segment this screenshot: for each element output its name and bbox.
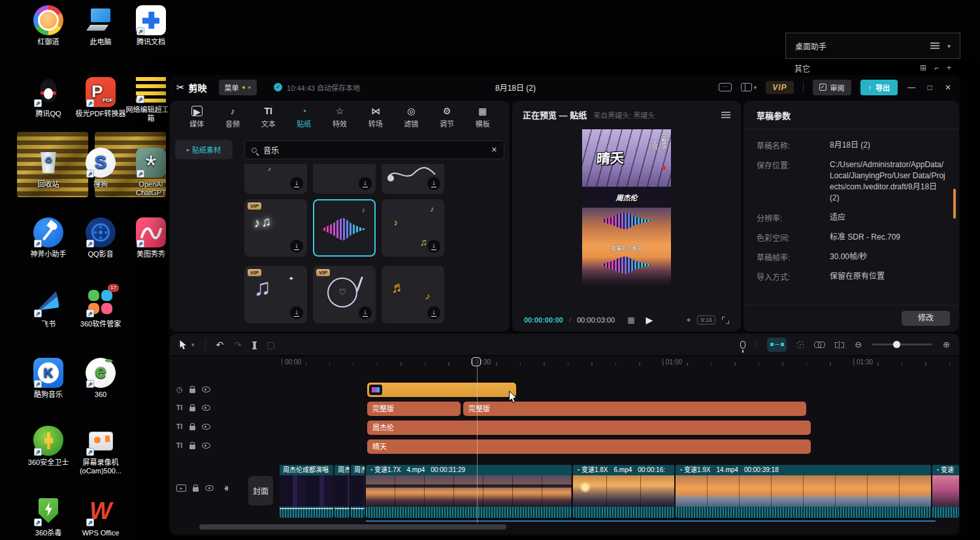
undo-icon[interactable]: ↶ xyxy=(216,340,224,349)
tab-audio[interactable]: ♪音频 xyxy=(215,102,251,132)
lock-icon[interactable] xyxy=(189,389,195,393)
zoom-in-icon[interactable]: ⊕ xyxy=(943,340,950,349)
download-icon[interactable] xyxy=(427,240,440,253)
sticker-item-vip-vinyl[interactable]: VIP xyxy=(313,266,376,323)
clear-search-icon[interactable]: ✕ xyxy=(491,146,497,154)
download-icon[interactable] xyxy=(359,177,372,190)
frames-icon[interactable]: ▦ xyxy=(627,315,634,325)
sticker-item[interactable] xyxy=(382,164,444,194)
slider-handle[interactable] xyxy=(893,341,900,348)
desktop-icon-recycle-bin[interactable]: 回收站 xyxy=(21,148,76,189)
sticker-item[interactable]: ♪ xyxy=(244,164,307,194)
sticker-clip[interactable] xyxy=(367,383,516,397)
keyboard-shortcuts-icon[interactable]: ⋯ xyxy=(719,83,732,91)
desktop-icon-wps[interactable]: WPS Office xyxy=(73,496,128,537)
download-icon[interactable] xyxy=(290,240,303,253)
lock-icon[interactable] xyxy=(189,426,195,430)
fullscreen-icon[interactable] xyxy=(722,317,729,324)
tab-media[interactable]: ▶媒体 xyxy=(179,102,215,132)
search-input[interactable] xyxy=(262,145,486,155)
sidebar-item-sticker-assets[interactable]: 贴纸素材 xyxy=(175,140,233,159)
lock-icon[interactable] xyxy=(193,487,199,492)
snap-toggle-active[interactable] xyxy=(767,338,787,352)
video-clip[interactable]: 变速1.9X 14.mp4 00:00:39:18 xyxy=(676,465,931,518)
download-icon[interactable] xyxy=(427,306,440,319)
text-clip[interactable]: 周杰伦 xyxy=(367,421,811,435)
desktop-icon-pdf-converter[interactable]: 极光PDF转换器 xyxy=(73,77,128,118)
text-clip[interactable]: 完整版 xyxy=(367,402,461,416)
video-clip[interactable]: 变速1.7X 4.mp4 00:00:31:29 xyxy=(366,465,572,518)
desktop-icon-360-safety[interactable]: 360安全卫士 xyxy=(21,426,76,467)
desktop-icon-360-browser[interactable]: 360 xyxy=(73,358,128,399)
vip-badge[interactable]: VIP xyxy=(766,81,793,94)
desktop-icon-shenfu[interactable]: 神斧小助手 xyxy=(21,217,76,259)
preview-menu-icon[interactable] xyxy=(721,112,730,118)
cover-button[interactable]: 封面 xyxy=(248,476,273,505)
unlock-icon[interactable]: ⌐ xyxy=(934,63,939,72)
tab-transition[interactable]: ⋈转场 xyxy=(357,102,393,132)
desktop-icon-ocam[interactable]: 屏幕录像机(oCam)500... xyxy=(73,426,128,475)
minimize-button[interactable]: — xyxy=(907,83,916,92)
desktop-icon-tencent-docs[interactable]: 腾讯文档 xyxy=(123,5,178,46)
video-clip[interactable]: 变速1.8X 6.mp4 00:00:16: xyxy=(573,465,674,518)
video-preview[interactable]: 晴天 完整版 无损 周杰伦 故事的小黄花 xyxy=(582,129,671,287)
desktop-icon-360-manager[interactable]: 17 360软件管家 xyxy=(73,287,128,328)
sticker-item[interactable] xyxy=(313,164,376,194)
visibility-icon[interactable] xyxy=(205,485,214,491)
split-align-icon[interactable] xyxy=(835,341,844,349)
download-icon[interactable] xyxy=(427,177,440,190)
sticker-item-vip-purple-notes[interactable]: VIP ♫ ✦ xyxy=(244,266,307,323)
microphone-icon[interactable] xyxy=(740,341,745,349)
modify-button[interactable]: 修改 xyxy=(902,311,950,326)
aspect-ratio-selector[interactable]: 9:16 xyxy=(697,315,715,325)
playhead-handle[interactable] xyxy=(472,357,481,366)
desktop-icon-hongyudao[interactable]: 红御道 xyxy=(21,5,76,46)
text-clip[interactable]: 晴天 xyxy=(367,439,811,454)
desktop-icon-qq-player[interactable]: QQ影音 xyxy=(73,217,128,259)
download-icon[interactable] xyxy=(359,306,372,319)
tab-sticker[interactable]: ◔贴纸 xyxy=(286,102,322,132)
download-icon[interactable] xyxy=(290,177,303,190)
maximize-button[interactable]: □ xyxy=(925,83,934,92)
horizontal-scrollbar[interactable] xyxy=(199,524,506,530)
timeline-zoom-slider[interactable] xyxy=(872,343,932,345)
grid-icon[interactable]: ⊞ xyxy=(920,63,926,72)
menu-icon[interactable] xyxy=(930,42,939,49)
playhead-line[interactable] xyxy=(477,357,478,523)
speaker-icon[interactable] xyxy=(220,486,228,491)
desktop-icon-this-pc[interactable]: 此电脑 xyxy=(73,5,128,46)
video-clip[interactable]: 周杰 xyxy=(351,465,365,518)
desktop-icon-sogou[interactable]: 搜狗 xyxy=(73,148,128,189)
link-icon[interactable] xyxy=(814,341,825,347)
scrollbar[interactable] xyxy=(953,189,956,219)
layout-icon[interactable] xyxy=(741,83,752,91)
desktop-icon-feishu[interactable]: 飞书 xyxy=(21,287,76,328)
sticker-search[interactable]: ✕ xyxy=(244,140,504,159)
visibility-icon[interactable] xyxy=(202,387,210,392)
tab-effects[interactable]: ☆特效 xyxy=(322,102,358,132)
desktop-icon-kugou[interactable]: 酷狗音乐 xyxy=(21,358,76,399)
review-button[interactable]: ✓ 审阅 xyxy=(813,80,851,95)
redo-icon[interactable]: ↷ xyxy=(234,340,242,349)
video-clip[interactable]: 周杰 xyxy=(335,465,350,518)
visibility-icon[interactable] xyxy=(202,424,210,430)
clock-icon[interactable]: ◷ xyxy=(176,385,183,393)
chevron-down-icon[interactable]: ▾ xyxy=(947,42,951,50)
menu-button[interactable]: 菜单▾ xyxy=(219,80,257,95)
sticker-item-yellow-notes[interactable]: ♪ ♪ ♫ xyxy=(382,199,444,257)
visibility-icon[interactable] xyxy=(202,405,210,411)
timeline[interactable]: 00:00 00:30 01:00 01:30 ◷ TI TI xyxy=(170,357,959,534)
video-clip[interactable]: 变速 xyxy=(932,465,959,518)
sticker-item-vip-cloud-notes[interactable]: VIP ♪♫ xyxy=(244,199,307,257)
download-icon[interactable] xyxy=(290,306,303,319)
desktop-icon-tencent-qq[interactable]: 腾讯QQ xyxy=(21,77,76,118)
visibility-icon[interactable] xyxy=(202,443,210,449)
tab-text[interactable]: TI文本 xyxy=(250,102,286,132)
split-tool-icon[interactable]: ][ xyxy=(252,340,256,349)
zoom-out-icon[interactable]: ⊖ xyxy=(855,340,862,349)
play-button[interactable]: ▶ xyxy=(645,315,653,325)
quality-icon[interactable]: ⌖ xyxy=(687,315,691,325)
preview-axis-icon[interactable] xyxy=(797,341,804,348)
export-button[interactable]: ↑ 导出 xyxy=(860,80,898,95)
tab-filters[interactable]: ◎滤镜 xyxy=(393,102,429,132)
